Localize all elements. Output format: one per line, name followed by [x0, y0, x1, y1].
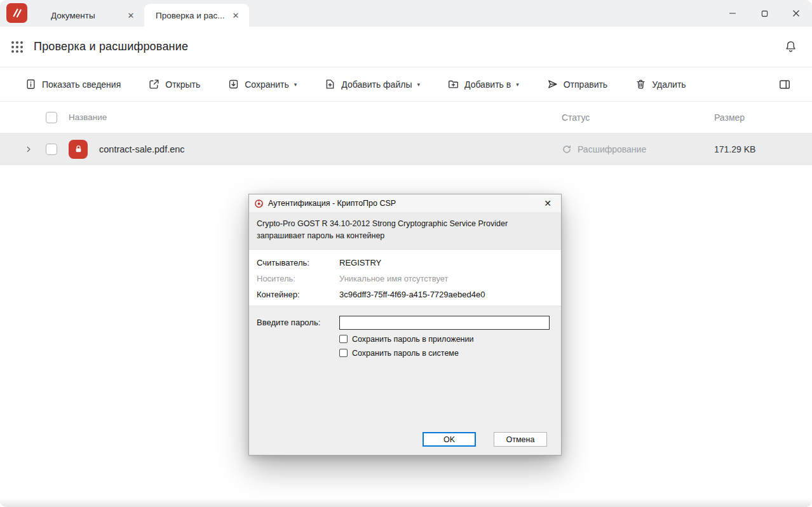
file-size: 171.29 KB: [714, 144, 755, 154]
bell-icon[interactable]: [784, 40, 797, 53]
show-details-button[interactable]: Показать сведения: [25, 79, 121, 90]
column-header-size: Размер: [714, 112, 745, 123]
field-label: Носитель:: [257, 274, 339, 283]
save-password-system-row: Сохранить пароль в системе: [339, 349, 553, 358]
tab-strip: Документы ✕ Проверка и рас... ✕: [39, 0, 249, 27]
select-all-checkbox[interactable]: [46, 112, 57, 123]
add-files-icon: [325, 79, 335, 90]
close-icon[interactable]: ✕: [534, 194, 561, 212]
delete-button[interactable]: Удалить: [635, 79, 686, 90]
dialog-message: Crypto-Pro GOST R 34.10-2012 Strong Cryp…: [249, 212, 561, 249]
password-label: Введите пароль:: [257, 318, 339, 327]
auth-dialog: Аутентификация - КриптоПро CSP ✕ Crypto-…: [248, 194, 562, 456]
column-header-status: Статус: [562, 112, 590, 123]
dialog-title: Аутентификация - КриптоПро CSP: [268, 199, 396, 208]
encrypted-file-icon: [69, 140, 88, 159]
toolbar: Показать сведения Открыть Сохранить ▾ До…: [0, 67, 812, 102]
field-media: Носитель: Уникальное имя отсутствует: [257, 271, 553, 287]
titlebar: Документы ✕ Проверка и рас... ✕: [0, 0, 812, 27]
cancel-button[interactable]: Отмена: [494, 432, 547, 447]
save-icon: [228, 79, 239, 90]
dialog-titlebar: Аутентификация - КриптоПро CSP ✕: [249, 194, 561, 212]
password-input[interactable]: [339, 316, 550, 330]
chevron-down-icon: ▾: [417, 81, 420, 88]
ok-button[interactable]: OK: [423, 432, 476, 447]
field-label: Считыватель:: [257, 258, 339, 267]
save-password-app-checkbox[interactable]: [339, 335, 348, 343]
page-title: Проверка и расшифрование: [34, 40, 188, 53]
button-label: Добавить файлы: [341, 79, 412, 90]
open-icon: [149, 79, 159, 90]
button-label: Сохранить: [245, 79, 289, 90]
page-header: Проверка и расшифрование: [0, 27, 812, 67]
side-panel-icon: [779, 79, 790, 90]
close-icon[interactable]: ✕: [125, 10, 137, 21]
save-password-app-row: Сохранить пароль в приложении: [339, 335, 553, 344]
checkbox-label: Сохранить пароль в системе: [352, 349, 459, 358]
button-label: Отправить: [564, 79, 607, 90]
cryptopro-icon: [254, 199, 264, 208]
button-label: Добавить в: [464, 79, 511, 90]
tab-label: Проверка и рас...: [156, 11, 230, 20]
tab-verify-decrypt[interactable]: Проверка и рас... ✕: [144, 4, 249, 27]
file-name: contract-sale.pdf.enc: [99, 144, 185, 154]
field-container: Контейнер: 3c96dff3-75ff-4f69-a415-7729a…: [257, 287, 553, 302]
dialog-buttons: OK Отмена: [423, 432, 547, 447]
delete-icon: [635, 79, 646, 90]
sync-icon: [562, 144, 572, 154]
status-text: Расшифрование: [578, 144, 646, 154]
tab-documents[interactable]: Документы ✕: [39, 4, 144, 27]
checkbox-label: Сохранить пароль в приложении: [352, 335, 473, 344]
dialog-password-section: Введите пароль: Сохранить пароль в прило…: [249, 306, 561, 358]
field-value: REGISTRY: [339, 258, 381, 267]
field-label: Контейнер:: [257, 290, 339, 299]
app-logo-icon[interactable]: [6, 3, 27, 23]
close-icon[interactable]: [780, 0, 812, 27]
save-button[interactable]: Сохранить ▾: [228, 79, 297, 90]
maximize-icon[interactable]: [748, 0, 780, 27]
table-row[interactable]: contract-sale.pdf.enc Расшифрование 171.…: [0, 133, 812, 165]
field-value: Уникальное имя отсутствует: [339, 274, 449, 283]
field-reader: Считыватель: REGISTRY: [257, 255, 553, 271]
app-window: Документы ✕ Проверка и рас... ✕ Проверка: [0, 0, 812, 507]
add-to-button[interactable]: Добавить в ▾: [448, 79, 519, 90]
dialog-fields: Считыватель: REGISTRY Носитель: Уникальн…: [249, 249, 561, 306]
button-label: Показать сведения: [42, 79, 121, 90]
button-label: Открыть: [165, 79, 200, 90]
details-icon: [25, 79, 36, 90]
chevron-right-icon[interactable]: [24, 145, 33, 154]
add-to-icon: [448, 79, 459, 90]
minimize-icon[interactable]: [717, 0, 748, 27]
table-header: Название Статус Размер: [0, 102, 812, 133]
field-value: 3c96dff3-75ff-4f69-a415-7729aebed4e0: [339, 290, 485, 299]
send-icon: [547, 79, 558, 90]
apps-grid-icon[interactable]: [11, 41, 23, 53]
button-label: Удалить: [652, 79, 686, 90]
save-password-system-checkbox[interactable]: [339, 349, 348, 357]
chevron-down-icon: ▾: [516, 81, 519, 88]
panel-toggle-button[interactable]: [779, 79, 790, 90]
tab-label: Документы: [51, 11, 125, 20]
window-controls: [717, 0, 812, 27]
chevron-down-icon: ▾: [294, 81, 297, 88]
send-button[interactable]: Отправить: [547, 79, 607, 90]
close-icon[interactable]: ✕: [230, 10, 241, 21]
column-header-name: Название: [69, 112, 107, 122]
row-checkbox[interactable]: [46, 144, 57, 155]
add-files-button[interactable]: Добавить файлы ▾: [325, 79, 420, 90]
open-button[interactable]: Открыть: [149, 79, 200, 90]
